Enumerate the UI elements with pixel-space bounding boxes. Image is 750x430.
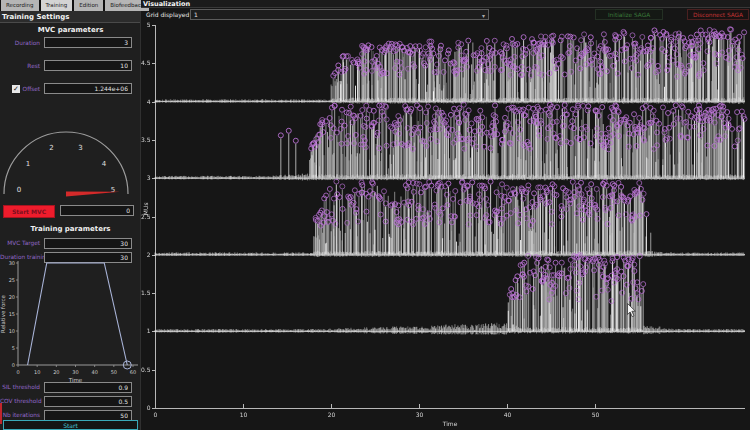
offset-label: Offset [20, 86, 44, 92]
mvc-target-input[interactable] [44, 238, 132, 249]
mvc-gauge: 012345 [0, 112, 141, 204]
svg-text:30: 30 [9, 260, 15, 266]
sil-threshold-label: SIL threshold [0, 384, 44, 390]
svg-text:0: 0 [16, 369, 19, 375]
mu-firing-chart[interactable] [141, 20, 750, 430]
mouse-cursor-icon [627, 303, 637, 318]
mvc-parameters-fields: DurationRest✓Offset [0, 36, 141, 105]
initialize-saga-button[interactable]: Initialize SAGA [595, 9, 663, 20]
svg-text:Relative force: Relative force [0, 294, 6, 332]
combo-value: 1 [194, 11, 198, 18]
duration-label: Duration [0, 40, 44, 46]
offset-input[interactable] [44, 83, 132, 94]
panel-title: Training Settings [0, 11, 140, 23]
svg-text:0: 0 [12, 362, 15, 368]
sidebar: RecordingTrainingEditionBiofeedback Trai… [0, 0, 141, 430]
gauge-tick-1: 1 [26, 160, 30, 168]
svg-text:10: 10 [9, 328, 15, 334]
svg-text:30: 30 [72, 369, 78, 375]
gauge-tick-3: 3 [78, 144, 82, 152]
tab-recording[interactable]: Recording [1, 0, 39, 11]
grid-displayed-combobox[interactable]: 1 ▾ [190, 9, 489, 20]
tab-bar: RecordingTrainingEditionBiofeedback [0, 0, 140, 11]
mvc-parameters-title: MVC parameters [0, 26, 141, 34]
gauge-tick-2: 2 [49, 144, 53, 152]
svg-text:10: 10 [34, 369, 40, 375]
threshold-fields: SIL thresholdCOV thresholdNb iterations [0, 381, 141, 423]
disconnect-saga-button[interactable]: Disconnect SAGA [687, 9, 749, 20]
app-window: RecordingTrainingEditionBiofeedback Trai… [0, 0, 750, 430]
start-training-button[interactable]: Start [3, 420, 138, 430]
cov-threshold-label: COV threshold [0, 398, 44, 404]
duration-input[interactable] [44, 37, 132, 48]
start-mvc-button[interactable]: Start MVC [3, 205, 55, 218]
visualization-title: Visualization [141, 0, 750, 8]
sil-threshold-input[interactable] [44, 382, 132, 393]
svg-text:50: 50 [111, 369, 117, 375]
sil-threshold-row: SIL threshold [0, 381, 141, 393]
force-profile-line [28, 263, 128, 365]
training-parameters-title: Training parameters [0, 225, 141, 233]
duration-row: Duration [0, 36, 141, 49]
visualization-panel: Visualization Grid displayed # 1 ▾ Initi… [141, 0, 750, 430]
rest-row: Rest [0, 59, 141, 72]
svg-text:5: 5 [12, 345, 15, 351]
svg-text:15: 15 [9, 311, 15, 317]
gauge-tick-0: 0 [17, 186, 21, 194]
grid-displayed-label: Grid displayed # [146, 11, 196, 18]
start-mvc-row: Start MVC [3, 205, 141, 218]
mvc-target-label: MVC Target [0, 240, 44, 246]
force-profile-chart: 0510152025300102030405060TimeRelative fo… [0, 258, 141, 384]
offset-row: ✓Offset [0, 82, 141, 95]
svg-text:40: 40 [91, 369, 97, 375]
red-indicator [0, 403, 2, 424]
rest-label: Rest [0, 63, 44, 69]
tab-edition[interactable]: Edition [74, 0, 103, 11]
svg-text:25: 25 [9, 277, 15, 283]
gauge-tick-4: 4 [102, 160, 107, 168]
nb-iterations-label: Nb iterations [0, 412, 44, 418]
chevron-down-icon: ▾ [482, 11, 485, 20]
gauge-arc [4, 132, 128, 194]
cov-threshold-row: COV threshold [0, 395, 141, 407]
rest-input[interactable] [44, 60, 132, 71]
svg-text:60: 60 [130, 369, 136, 375]
svg-text:20: 20 [53, 369, 59, 375]
mvc-target-row: MVC Target [0, 237, 141, 249]
svg-text:20: 20 [9, 294, 15, 300]
mvc-value-input[interactable] [60, 205, 134, 216]
tab-training[interactable]: Training [41, 0, 73, 11]
nb-iterations-input[interactable] [44, 410, 132, 421]
cov-threshold-input[interactable] [44, 396, 132, 407]
gauge-tick-5: 5 [111, 186, 115, 194]
offset-checkbox[interactable]: ✓ [12, 85, 20, 93]
gauge-needle [66, 192, 120, 197]
